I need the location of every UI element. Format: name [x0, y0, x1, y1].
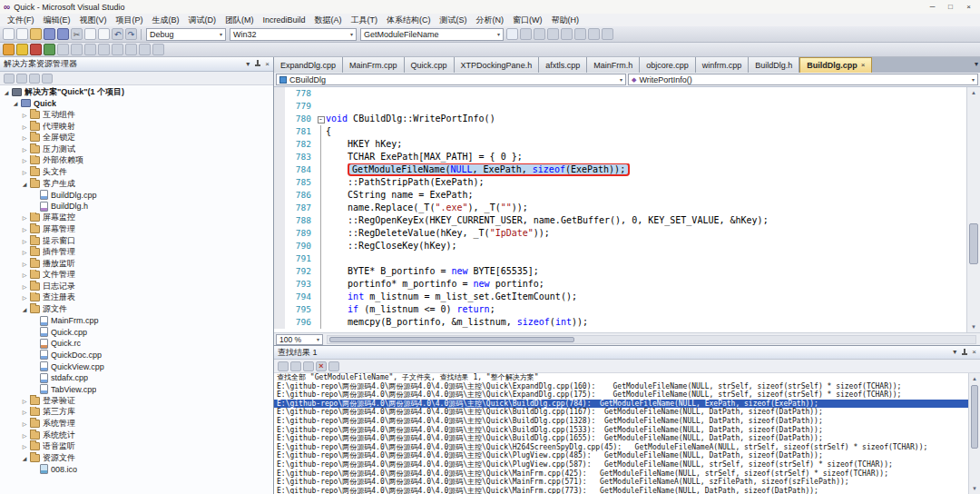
tree-expander-icon[interactable]: ▷	[20, 214, 29, 221]
find-result-row[interactable]: E:\github-repo\两份源码4.0\两份源码4.0\4.0源码\主控\…	[274, 460, 968, 469]
tree-expander-icon[interactable]: ▷	[20, 432, 29, 439]
tree-item[interactable]: ▷日志记录	[0, 281, 273, 292]
minimize-button[interactable]: ─	[925, 2, 940, 12]
output-list-icon[interactable]	[278, 361, 289, 371]
view-class-diagram-icon[interactable]	[42, 74, 53, 84]
tree-expander-icon[interactable]: ▷	[20, 157, 29, 163]
close-button[interactable]: ×	[961, 2, 976, 12]
breakpoint-margin[interactable]	[274, 87, 285, 100]
scrollbar-thumb[interactable]	[969, 223, 978, 264]
tree-item[interactable]: ◢Quick	[0, 98, 273, 110]
tree-item[interactable]: ▷头文件	[0, 166, 273, 178]
code-line[interactable]: 795 if (m_listnum <= 0) return;	[274, 303, 966, 316]
ib-stop-icon[interactable]	[30, 44, 42, 55]
tab-ExpandDlg.cpp[interactable]: ExpandDlg.cpp	[274, 57, 343, 73]
tree-expander-icon[interactable]: ▷	[20, 294, 29, 301]
code-line[interactable]: 786 CString name = ExePath;	[274, 189, 966, 202]
help-icon[interactable]	[152, 44, 164, 55]
configuration-combobox[interactable]: Debug ▾	[146, 28, 226, 41]
menu-item[interactable]: 团队(M)	[220, 15, 259, 26]
clear-results-icon[interactable]	[316, 361, 327, 371]
redo-icon[interactable]	[125, 28, 137, 40]
breakpoint-margin[interactable]	[274, 240, 285, 252]
members-dropdown[interactable]: ◆ WritePortInfo() ▾	[628, 74, 978, 85]
tree-item[interactable]: BuildDlg.cpp	[0, 189, 273, 201]
tab-objcore.cpp[interactable]: objcore.cpp	[640, 57, 696, 73]
tree-item[interactable]: ▷压力测试	[0, 143, 273, 155]
ib-rebuild-icon[interactable]	[16, 44, 28, 55]
goto-prev-result-icon[interactable]	[290, 361, 301, 371]
bookmark-prev-icon[interactable]	[71, 44, 83, 55]
find-result-row[interactable]: E:\github-repo\两份源码4.0\两份源码4.0\4.0源码\主控\…	[274, 390, 968, 400]
window-position-icon[interactable]: ▾	[246, 61, 250, 68]
tree-item[interactable]: ▷插件管理	[0, 246, 273, 258]
tree-expander-icon[interactable]: ▷	[20, 283, 29, 290]
tree-item[interactable]: ▷系统管理	[0, 418, 273, 430]
breakpoint-margin[interactable]	[274, 303, 285, 316]
pin-icon[interactable]	[961, 349, 967, 357]
types-dropdown[interactable]: CBuildDlg ▾	[276, 74, 626, 85]
ib-monitor-icon[interactable]	[44, 44, 55, 55]
indent-icon[interactable]	[98, 44, 110, 55]
scrollbar-thumb[interactable]	[971, 385, 978, 449]
code-line[interactable]: 779	[274, 100, 966, 113]
tree-expander-icon[interactable]: ▷	[20, 409, 29, 415]
tree-item[interactable]: ◢资源文件	[0, 452, 273, 464]
tree-item[interactable]: ◢解决方案"Quick"(1 个项目)	[0, 86, 273, 98]
code-line[interactable]: 789 ::RegDeleteValue(hKey, _T("IpDate"))…	[274, 227, 966, 240]
code-line[interactable]: 787 name.Replace(_T(".exe"), _T(""));	[274, 202, 966, 214]
tree-expander-icon[interactable]: ◢	[20, 181, 29, 187]
breakpoint-margin[interactable]	[274, 163, 285, 176]
tree-item[interactable]: ▷登录验证	[0, 395, 273, 407]
menu-item[interactable]: 生成(B)	[148, 15, 184, 26]
breakpoint-margin[interactable]	[274, 151, 285, 163]
scroll-up-icon[interactable]: ▲	[969, 373, 980, 384]
find-result-row[interactable]: E:\github-repo\两份源码4.0\两份源码4.0\4.0源码\主控\…	[274, 451, 968, 460]
tree-item[interactable]: QuickDoc.cpp	[0, 350, 273, 361]
scroll-up-icon[interactable]: ▲	[967, 87, 980, 98]
tab-list-dropdown-icon[interactable]: ▾	[975, 60, 978, 68]
code-line[interactable]: 790 ::RegCloseKey(hKey);	[274, 240, 966, 252]
code-line[interactable]: 788 ::RegOpenKeyEx(HKEY_CURRENT_USER, na…	[274, 214, 966, 227]
breakpoint-margin[interactable]	[274, 176, 285, 189]
tree-expander-icon[interactable]: ▷	[20, 134, 29, 141]
find-result-row[interactable]: E:\github-repo\两份源码4.0\两份源码4.0\4.0源码\主控\…	[274, 469, 968, 479]
collapse-region-icon[interactable]: -	[318, 116, 325, 124]
tree-item[interactable]: ▷查注册表	[0, 292, 273, 304]
navigate-backward-icon[interactable]	[520, 28, 532, 40]
toolbox-icon[interactable]	[574, 28, 586, 40]
tree-expander-icon[interactable]: ▷	[20, 261, 29, 267]
find-result-row[interactable]: E:\github-repo\两份源码4.0\两份源码4.0\4.0源码\主控\…	[274, 487, 968, 494]
code-line[interactable]: 782 HKEY hKey;	[274, 138, 966, 151]
tree-expander-icon[interactable]: ▷	[20, 420, 29, 427]
cut-icon[interactable]	[71, 28, 83, 40]
tree-expander-icon[interactable]: ▷	[20, 226, 29, 232]
tree-item[interactable]: TabView.cpp	[0, 383, 273, 395]
find-result-row[interactable]: E:\github-repo\两份源码4.0\两份源码4.0\4.0源码\主控\…	[274, 417, 968, 426]
tab-Quick.cpp[interactable]: Quick.cpp	[405, 57, 455, 73]
breakpoint-margin[interactable]	[274, 189, 285, 202]
refresh-icon[interactable]	[29, 74, 40, 84]
goto-next-result-icon[interactable]	[303, 361, 314, 371]
window-split-icon[interactable]	[57, 44, 69, 55]
tree-item[interactable]: ▷语音监听	[0, 440, 273, 452]
menu-item[interactable]: 项目(P)	[112, 15, 148, 26]
solution-explorer-icon[interactable]	[547, 28, 559, 40]
scroll-down-icon[interactable]: ▼	[969, 483, 980, 494]
menu-item[interactable]: 文件(F)	[3, 15, 39, 26]
breakpoint-margin[interactable]	[274, 316, 285, 329]
close-panel-icon[interactable]: ×	[265, 61, 270, 68]
save-all-icon[interactable]	[57, 28, 69, 40]
tab-BuildDlg.h[interactable]: BuildDlg.h	[749, 57, 799, 73]
breakpoint-margin[interactable]	[274, 252, 285, 265]
tree-item[interactable]: stdafx.cpp	[0, 372, 273, 384]
code-line[interactable]: 791	[274, 252, 966, 265]
repeat-search-icon[interactable]	[328, 361, 339, 371]
error-list-icon[interactable]	[588, 28, 600, 40]
find-result-row[interactable]: E:\github-repo\两份源码4.0\两份源码4.0\4.0源码\主控\…	[274, 382, 968, 391]
tree-item[interactable]: ▷代理映射	[0, 121, 273, 133]
code-line[interactable]: 781{	[274, 125, 966, 138]
tree-item[interactable]: BuildDlg.h	[0, 201, 273, 212]
tree-expander-icon[interactable]: ◢	[20, 306, 29, 312]
breakpoint-margin[interactable]	[274, 113, 285, 125]
